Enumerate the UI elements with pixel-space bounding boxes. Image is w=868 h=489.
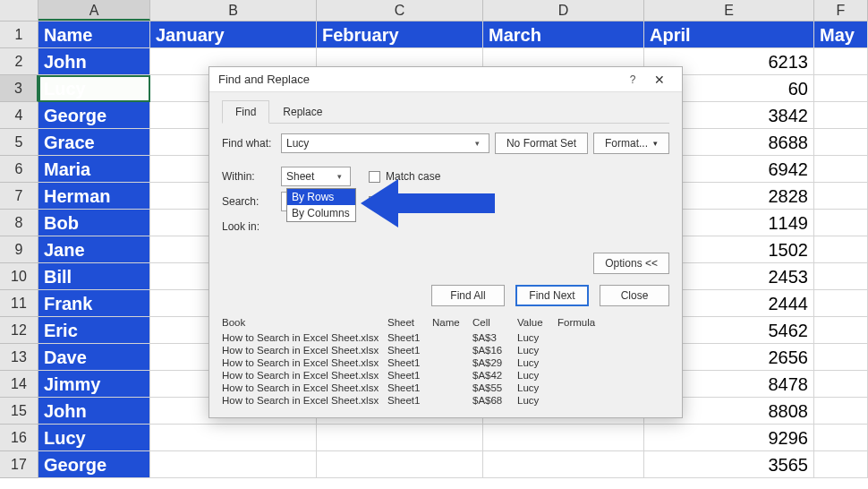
cell-A10[interactable]: Bill xyxy=(38,263,150,290)
row-header[interactable]: 15 xyxy=(0,398,38,425)
results-row[interactable]: How to Search in Excel Sheet.xlsxSheet1$… xyxy=(222,331,669,344)
cell-D17[interactable] xyxy=(483,451,644,478)
results-col-book[interactable]: Book xyxy=(222,315,387,331)
results-col-value[interactable]: Value xyxy=(517,315,557,331)
dropdown-option-by-rows[interactable]: By Rows xyxy=(287,189,355,205)
results-row[interactable]: How to Search in Excel Sheet.xlsxSheet1$… xyxy=(222,394,669,407)
col-header-B[interactable]: B xyxy=(150,0,317,21)
cell-F4[interactable] xyxy=(814,102,868,129)
row-header[interactable]: 5 xyxy=(0,129,38,156)
cell-A6[interactable]: Maria xyxy=(38,156,150,183)
cell-F12[interactable] xyxy=(814,317,868,344)
results-row[interactable]: How to Search in Excel Sheet.xlsxSheet1$… xyxy=(222,344,669,356)
cell-F13[interactable] xyxy=(814,344,868,371)
results-col-formula[interactable]: Formula xyxy=(557,315,669,331)
cell-A14[interactable]: Jimmy xyxy=(38,371,150,398)
cell-F14[interactable] xyxy=(814,371,868,398)
cell-F10[interactable] xyxy=(814,263,868,290)
find-next-button[interactable]: Find Next xyxy=(515,285,589,306)
cell-E17[interactable]: 3565 xyxy=(644,451,814,478)
cell-F7[interactable] xyxy=(814,183,868,210)
look-in-label: Look in: xyxy=(222,220,276,233)
cell-F8[interactable] xyxy=(814,210,868,236)
cell-F2[interactable] xyxy=(814,48,868,75)
col-header-C[interactable]: C xyxy=(317,0,483,21)
results-col-sheet[interactable]: Sheet xyxy=(387,315,432,331)
row-header[interactable]: 4 xyxy=(0,102,38,129)
close-icon[interactable]: ✕ xyxy=(646,73,673,87)
dialog-titlebar[interactable]: Find and Replace ? ✕ xyxy=(209,67,682,92)
results-col-cell[interactable]: Cell xyxy=(472,315,517,331)
cell-F5[interactable] xyxy=(814,129,868,156)
cell-A12[interactable]: Eric xyxy=(38,317,150,344)
tab-replace[interactable]: Replace xyxy=(269,100,336,124)
cell-A17[interactable]: George xyxy=(38,451,150,478)
cell-A7[interactable]: Herman xyxy=(38,183,150,210)
row-header[interactable]: 12 xyxy=(0,317,38,344)
cell-A11[interactable]: Frank xyxy=(38,290,150,317)
header-cell-February[interactable]: February xyxy=(317,21,483,48)
row-header[interactable]: 7 xyxy=(0,183,38,210)
row-header[interactable]: 3 xyxy=(0,75,38,102)
cell-A4[interactable]: George xyxy=(38,102,150,129)
cell-C16[interactable] xyxy=(317,425,483,451)
row-header[interactable]: 16 xyxy=(0,425,38,451)
cell-D16[interactable] xyxy=(483,425,644,451)
cell-F16[interactable] xyxy=(814,425,868,451)
row-header[interactable]: 17 xyxy=(0,451,38,478)
no-format-button[interactable]: No Format Set xyxy=(495,133,588,154)
cell-A15[interactable]: John xyxy=(38,398,150,425)
cell-A13[interactable]: Dave xyxy=(38,344,150,371)
close-button[interactable]: Close xyxy=(600,285,669,306)
cell-F3[interactable] xyxy=(814,75,868,102)
results-row[interactable]: How to Search in Excel Sheet.xlsxSheet1$… xyxy=(222,356,669,369)
cell-F17[interactable] xyxy=(814,451,868,478)
format-button[interactable]: Format... ▾ xyxy=(593,133,669,154)
cell-A16[interactable]: Lucy xyxy=(38,425,150,451)
find-all-button[interactable]: Find All xyxy=(431,285,505,306)
header-cell-Name[interactable]: Name xyxy=(38,21,150,48)
cell-B16[interactable] xyxy=(150,425,317,451)
row-header[interactable]: 1 xyxy=(0,21,38,48)
cell-A3[interactable]: Lucy xyxy=(38,75,150,102)
results-row[interactable]: How to Search in Excel Sheet.xlsxSheet1$… xyxy=(222,369,669,382)
results-col-name[interactable]: Name xyxy=(432,315,472,331)
find-what-input[interactable]: Lucy ▾ xyxy=(281,133,489,153)
help-button[interactable]: ? xyxy=(619,73,646,86)
tab-find[interactable]: Find xyxy=(222,100,269,124)
header-cell-January[interactable]: January xyxy=(150,21,317,48)
cell-B17[interactable] xyxy=(150,451,317,478)
cell-E16[interactable]: 9296 xyxy=(644,425,814,451)
col-header-A[interactable]: A xyxy=(38,0,150,21)
row-header[interactable]: 13 xyxy=(0,344,38,371)
header-cell-April[interactable]: April xyxy=(644,21,814,48)
row-header[interactable]: 10 xyxy=(0,263,38,290)
chevron-down-icon[interactable]: ▾ xyxy=(333,172,345,181)
row-header[interactable]: 6 xyxy=(0,156,38,183)
results-row[interactable]: How to Search in Excel Sheet.xlsxSheet1$… xyxy=(222,382,669,394)
chevron-down-icon[interactable]: ▾ xyxy=(472,139,484,148)
select-all-corner[interactable] xyxy=(0,0,38,21)
cell-A9[interactable]: Jane xyxy=(38,236,150,263)
header-cell-March[interactable]: March xyxy=(483,21,644,48)
row-header[interactable]: 2 xyxy=(0,48,38,75)
options-button[interactable]: Options << xyxy=(593,253,669,274)
cell-F6[interactable] xyxy=(814,156,868,183)
cell-F11[interactable] xyxy=(814,290,868,317)
cell-A8[interactable]: Bob xyxy=(38,210,150,236)
cell-F15[interactable] xyxy=(814,398,868,425)
col-header-E[interactable]: E xyxy=(644,0,814,21)
row-header[interactable]: 8 xyxy=(0,210,38,236)
row-header[interactable]: 9 xyxy=(0,236,38,263)
row-header[interactable]: 11 xyxy=(0,290,38,317)
within-select[interactable]: Sheet ▾ xyxy=(281,167,351,186)
header-cell-May[interactable]: May xyxy=(814,21,868,48)
cell-F9[interactable] xyxy=(814,236,868,263)
cell-A5[interactable]: Grace xyxy=(38,129,150,156)
cell-C17[interactable] xyxy=(317,451,483,478)
row-header[interactable]: 14 xyxy=(0,371,38,398)
cell-A2[interactable]: John xyxy=(38,48,150,75)
dropdown-option-by-columns[interactable]: By Columns xyxy=(287,205,355,221)
col-header-F[interactable]: F xyxy=(814,0,868,21)
col-header-D[interactable]: D xyxy=(483,0,644,21)
